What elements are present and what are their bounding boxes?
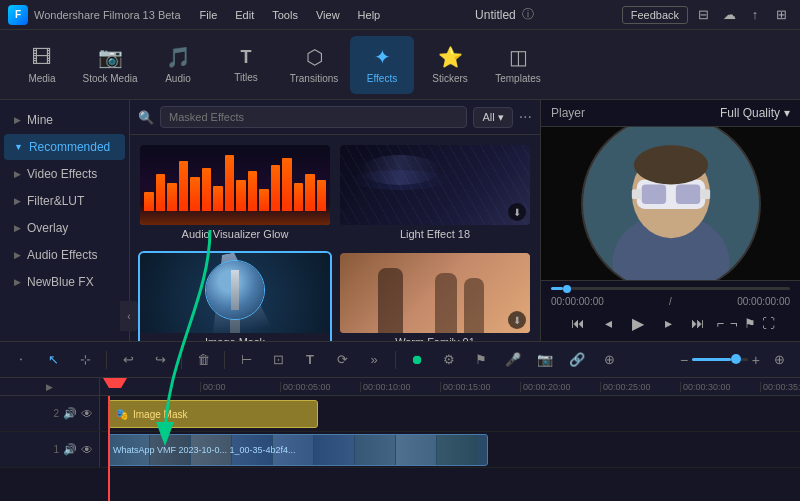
search-bar: 🔍 All ▾ ··· (130, 100, 540, 135)
tool-effects[interactable]: ✦ Effects (350, 36, 414, 94)
ruler-mark-4: 00:00:20:00 (520, 382, 600, 392)
share-icon[interactable]: ↑ (744, 4, 766, 26)
skip-forward-icon[interactable]: ⏭ (686, 311, 710, 335)
menu-edit[interactable]: Edit (228, 7, 261, 23)
track-1-controls: 1 🔊 👁 (0, 432, 100, 467)
tool-templates[interactable]: ◫ Templates (486, 36, 550, 94)
frame-forward-icon[interactable]: ▸ (656, 311, 680, 335)
menu-help[interactable]: Help (351, 7, 388, 23)
track-1-eye-icon[interactable]: 👁 (81, 443, 93, 457)
track-1-mute-icon[interactable]: 🔊 (63, 443, 77, 456)
track-1: 1 🔊 👁 (0, 432, 800, 468)
sidebar-item-recommended[interactable]: ▼ Recommended (4, 134, 125, 160)
vr-preview (581, 127, 761, 280)
effect-card-audio-visualizer-glow[interactable]: Audio Visualizer Glow (138, 143, 332, 245)
sidebar-item-newblue-fx[interactable]: ▶ NewBlue FX (4, 269, 125, 295)
zoom-plus-icon[interactable]: + (752, 352, 760, 368)
tool-media[interactable]: 🎞 Media (10, 36, 74, 94)
select-tool-icon[interactable]: ⬝ (8, 347, 34, 373)
progress-thumb[interactable] (563, 285, 571, 293)
tool-stock-media[interactable]: 📷 Stock Media (78, 36, 142, 94)
voice-icon[interactable]: 🔗 (564, 347, 590, 373)
tool-audio[interactable]: 🎵 Audio (146, 36, 210, 94)
more-tl-icon[interactable]: » (361, 347, 387, 373)
tool-titles[interactable]: T Titles (214, 36, 278, 94)
stock-media-icon: 📷 (98, 45, 123, 69)
progress-bar[interactable] (551, 287, 790, 290)
player-controls: 00:00:00:00 / 00:00:00:00 ⏮ ◂ ▶ ▸ ⏭ ⌐ ¬ … (541, 280, 800, 341)
track-2-mute-icon[interactable]: 🔊 (63, 407, 77, 420)
speed-icon[interactable]: ⟳ (329, 347, 355, 373)
minimize-icon[interactable]: ⊟ (692, 4, 714, 26)
play-button[interactable]: ▶ (626, 311, 650, 335)
effect-card-light-effect-18[interactable]: ⬇ Light Effect 18 (338, 143, 532, 245)
record-btn[interactable]: ⏺ (404, 347, 430, 373)
sidebar-item-overlay[interactable]: ▶ Overlay (4, 215, 125, 241)
frame-back-icon[interactable]: ◂ (596, 311, 620, 335)
grid-icon[interactable]: ⊞ (770, 4, 792, 26)
skip-back-icon[interactable]: ⏮ (566, 311, 590, 335)
mark-in-icon[interactable]: ⌐ (716, 316, 724, 331)
undo-icon[interactable]: ↩ (115, 347, 141, 373)
clip-video[interactable]: WhatsApp VMF 2023-10-0... 1_00-35-4b2f4.… (108, 434, 488, 466)
overlay-arrow-icon: ▶ (14, 223, 21, 233)
effect-card-image-mask[interactable]: Image Mask (138, 251, 332, 341)
add-track-btn[interactable]: ⊕ (766, 347, 792, 373)
search-icon: 🔍 (138, 110, 154, 125)
flag-icon[interactable]: ⚑ (468, 347, 494, 373)
more-options-icon[interactable]: ··· (519, 108, 532, 126)
tool-stickers[interactable]: ⭐ Stickers (418, 36, 482, 94)
delete-icon[interactable]: 🗑 (190, 347, 216, 373)
sidebar-item-video-effects[interactable]: ▶ Video Effects (4, 161, 125, 187)
vr-kid-svg (583, 127, 759, 280)
mark-out-icon[interactable]: ¬ (730, 316, 738, 331)
mic-icon[interactable]: 🎤 (500, 347, 526, 373)
settings-icon[interactable]: ⚙ (436, 347, 462, 373)
download-icon-warm-family[interactable]: ⬇ (508, 311, 526, 329)
effect-label-light-effect-18: Light Effect 18 (340, 225, 530, 243)
ruler-mark-0: 00:00 (200, 382, 280, 392)
zoom-slider[interactable]: − + (680, 347, 760, 373)
zoom-track (692, 358, 748, 361)
ruler-mark-6: 00:00:30:00 (680, 382, 760, 392)
search-input[interactable] (160, 106, 467, 128)
zoom-in-icon[interactable]: ⊕ (596, 347, 622, 373)
sidebar-collapse-btn[interactable]: ‹ (120, 301, 138, 331)
sidebar-item-newblue-fx-label: NewBlue FX (27, 275, 94, 289)
feedback-button[interactable]: Feedback (622, 6, 688, 24)
tool-stickers-label: Stickers (432, 73, 468, 84)
player-quality-selector[interactable]: Full Quality ▾ (720, 106, 790, 120)
split-at-playhead-icon[interactable]: ⚑ (744, 316, 756, 331)
tool-transitions-label: Transitions (290, 73, 339, 84)
crop-tool-icon[interactable]: ⊡ (265, 347, 291, 373)
tool-transitions[interactable]: ⬡ Transitions (282, 36, 346, 94)
track-2-eye-icon[interactable]: 👁 (81, 407, 93, 421)
split-icon[interactable]: ⊢ (233, 347, 259, 373)
effects-scroll[interactable]: Audio Visualizer Glow ⬇ Light Effect 18 (130, 135, 540, 341)
menu-tools[interactable]: Tools (265, 7, 305, 23)
crop-icon[interactable]: ⊹ (72, 347, 98, 373)
camera-icon[interactable]: 📷 (532, 347, 558, 373)
fullscreen-icon[interactable]: ⛶ (762, 316, 775, 331)
sidebar-item-filter-lut[interactable]: ▶ Filter&LUT (4, 188, 125, 214)
effects-icon: ✦ (374, 45, 391, 69)
pointer-icon[interactable]: ↖ (40, 347, 66, 373)
redo-icon[interactable]: ↪ (147, 347, 173, 373)
download-icon-light18[interactable]: ⬇ (508, 203, 526, 221)
zoom-handle[interactable] (731, 354, 741, 364)
filter-all-dropdown[interactable]: All ▾ (473, 107, 512, 128)
menu-file[interactable]: File (193, 7, 225, 23)
zoom-minus-icon[interactable]: − (680, 352, 688, 368)
tool-effects-label: Effects (367, 73, 397, 84)
clip-label-image-mask: Image Mask (133, 409, 187, 420)
recommended-arrow-icon: ▼ (14, 142, 23, 152)
progress-fill (551, 287, 563, 290)
cloud-icon[interactable]: ☁ (718, 4, 740, 26)
playhead[interactable] (108, 396, 110, 501)
clip-image-mask[interactable]: 🎭 Image Mask (108, 400, 318, 428)
effect-card-warm-family-01[interactable]: ⬇ Warm Family 01 (338, 251, 532, 341)
text-tool-icon[interactable]: T (297, 347, 323, 373)
menu-view[interactable]: View (309, 7, 347, 23)
sidebar-item-mine[interactable]: ▶ Mine (4, 107, 125, 133)
sidebar-item-audio-effects[interactable]: ▶ Audio Effects (4, 242, 125, 268)
